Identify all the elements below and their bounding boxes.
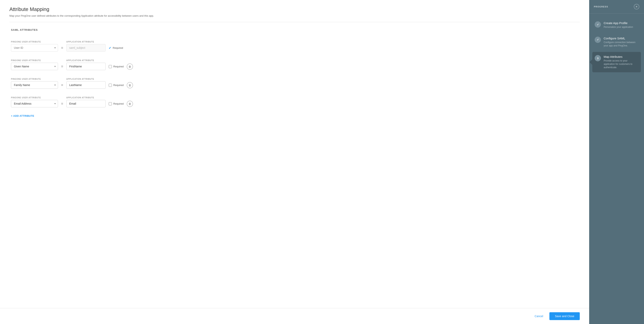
- sidebar-step-2[interactable]: ✓ Configure SAML Configure connection be…: [592, 34, 641, 50]
- app-attr-input-2[interactable]: [66, 63, 106, 70]
- attribute-row-userid: PINGONE USER ATTRIBUTE User ID ▾ = APPLI…: [10, 37, 580, 56]
- pingone-select-3[interactable]: User ID Given Name Family Name Email Add…: [11, 81, 58, 89]
- app-attr-group-3: APPLICATION ATTRIBUTE: [66, 78, 106, 89]
- required-group-4: Required: [109, 102, 124, 106]
- main-content: Attribute Mapping Map your PingOne user …: [0, 0, 589, 324]
- app-attr-label-4: APPLICATION ATTRIBUTE: [66, 96, 106, 99]
- required-label-1: Required: [113, 46, 123, 49]
- app-attr-label-2: APPLICATION ATTRIBUTE: [66, 59, 106, 62]
- select-wrapper-2: User ID Given Name Family Name Email Add…: [11, 63, 58, 70]
- add-attribute-button[interactable]: + ADD ATTRIBUTE: [10, 111, 36, 120]
- step-desc-2: Configure connection between your app an…: [604, 41, 638, 48]
- required-checkbox-3[interactable]: [109, 84, 112, 87]
- required-group-2: Required: [109, 65, 124, 68]
- step-icon-1: ✓: [595, 21, 601, 28]
- equals-sign-2: =: [61, 64, 63, 68]
- sidebar-steps: ✓ Create App Profile Personalize your ap…: [589, 14, 644, 324]
- select-wrapper-1: User ID ▾: [11, 44, 58, 52]
- pingone-label-2: PINGONE USER ATTRIBUTE: [11, 59, 58, 62]
- pingone-field-group-3: PINGONE USER ATTRIBUTE User ID Given Nam…: [11, 78, 58, 89]
- required-label-2: Required: [114, 65, 124, 68]
- pingone-select-2[interactable]: User ID Given Name Family Name Email Add…: [11, 63, 58, 70]
- pingone-field-group-2: PINGONE USER ATTRIBUTE User ID Given Nam…: [11, 59, 58, 70]
- pingone-select-4[interactable]: User ID Given Name Family Name Email Add…: [11, 100, 58, 107]
- delete-button-3[interactable]: 🗑: [127, 82, 133, 88]
- step-checkmark-2: ✓: [597, 38, 599, 41]
- section-divider: [10, 22, 580, 22]
- sidebar-arrow: [590, 59, 592, 65]
- page-subtitle: Map your PingOne user defined attributes…: [10, 14, 580, 17]
- pingone-select-1[interactable]: User ID: [11, 44, 58, 52]
- sidebar-step-3[interactable]: 3 Map Attributes Provide access to your …: [592, 52, 641, 72]
- pingone-label-3: PINGONE USER ATTRIBUTE: [11, 78, 58, 80]
- required-check-icon-1: ✔: [109, 46, 111, 50]
- pingone-field-group-1: PINGONE USER ATTRIBUTE User ID ▾: [11, 41, 58, 52]
- required-checkbox-2[interactable]: [109, 65, 112, 68]
- attribute-row-userid-inner: PINGONE USER ATTRIBUTE User ID ▾ = APPLI…: [10, 37, 580, 56]
- section-title: SAML ATTRIBUTES: [11, 28, 580, 31]
- required-checkbox-4[interactable]: [109, 102, 112, 106]
- app-attr-group-1: APPLICATION ATTRIBUTE: [66, 41, 106, 52]
- step-title-1: Create App Profile: [604, 21, 638, 25]
- cancel-button[interactable]: Cancel: [532, 313, 546, 320]
- sidebar: PROGRESS ✕ ✓ Create App Profile Personal…: [589, 0, 644, 324]
- required-label-4: Required: [114, 102, 124, 105]
- attribute-row-givenname-inner: PINGONE USER ATTRIBUTE User ID Given Nam…: [10, 56, 580, 74]
- delete-button-2[interactable]: 🗑: [127, 64, 133, 70]
- sidebar-close-button[interactable]: ✕: [634, 4, 639, 10]
- trash-icon-3: 🗑: [128, 84, 131, 87]
- app-attr-input-4[interactable]: [66, 100, 106, 107]
- attribute-row-email: PINGONE USER ATTRIBUTE User ID Given Nam…: [10, 93, 580, 111]
- equals-sign-1: =: [61, 46, 63, 50]
- app-attr-group-4: APPLICATION ATTRIBUTE: [66, 96, 106, 107]
- step-desc-1: Personalize your application: [604, 26, 638, 29]
- app-attr-input-1[interactable]: [66, 44, 106, 52]
- step-icon-2: ✓: [595, 37, 601, 43]
- trash-icon-4: 🗑: [128, 102, 131, 106]
- required-group-3: Required: [109, 84, 124, 87]
- equals-sign-3: =: [61, 83, 63, 87]
- footer: Cancel Save and Close: [0, 308, 589, 324]
- close-icon: ✕: [636, 5, 638, 8]
- pingone-label-4: PINGONE USER ATTRIBUTE: [11, 96, 58, 99]
- step-desc-3: Provide access to your application for c…: [604, 59, 638, 69]
- step-title-2: Configure SAML: [604, 37, 638, 40]
- step-icon-3: 3: [595, 55, 601, 61]
- sidebar-step-1[interactable]: ✓ Create App Profile Personalize your ap…: [592, 18, 641, 32]
- step-text-3: Map Attributes Provide access to your ap…: [604, 55, 638, 69]
- required-group-1: ✔ Required: [109, 46, 123, 50]
- progress-label: PROGRESS: [594, 6, 608, 8]
- step-title-3: Map Attributes: [604, 55, 638, 58]
- sidebar-header: PROGRESS ✕: [589, 0, 644, 14]
- step-text-2: Configure SAML Configure connection betw…: [604, 37, 638, 48]
- attribute-row-familyname: PINGONE USER ATTRIBUTE User ID Given Nam…: [10, 74, 580, 93]
- saml-section: SAML ATTRIBUTES PINGONE USER ATTRIBUTE U…: [10, 28, 580, 120]
- step-checkmark-1: ✓: [597, 23, 599, 26]
- attribute-row-givenname: PINGONE USER ATTRIBUTE User ID Given Nam…: [10, 56, 580, 74]
- pingone-label-1: PINGONE USER ATTRIBUTE: [11, 41, 58, 43]
- required-label-3: Required: [114, 84, 124, 86]
- step-number-3: 3: [597, 57, 598, 60]
- step-text-1: Create App Profile Personalize your appl…: [604, 21, 638, 29]
- app-attr-label-1: APPLICATION ATTRIBUTE: [66, 41, 106, 43]
- select-wrapper-3: User ID Given Name Family Name Email Add…: [11, 81, 58, 89]
- pingone-field-group-4: PINGONE USER ATTRIBUTE User ID Given Nam…: [11, 96, 58, 107]
- trash-icon-2: 🗑: [128, 65, 131, 68]
- delete-button-4[interactable]: 🗑: [127, 101, 133, 107]
- content-body: Attribute Mapping Map your PingOne user …: [0, 0, 589, 308]
- attribute-row-familyname-inner: PINGONE USER ATTRIBUTE User ID Given Nam…: [10, 74, 580, 93]
- attribute-row-email-inner: PINGONE USER ATTRIBUTE User ID Given Nam…: [10, 93, 580, 111]
- select-wrapper-4: User ID Given Name Family Name Email Add…: [11, 100, 58, 107]
- page-title: Attribute Mapping: [10, 6, 580, 12]
- app-attr-label-3: APPLICATION ATTRIBUTE: [66, 78, 106, 80]
- app-attr-group-2: APPLICATION ATTRIBUTE: [66, 59, 106, 70]
- app-attr-input-3[interactable]: [66, 81, 106, 89]
- equals-sign-4: =: [61, 102, 63, 106]
- save-close-button[interactable]: Save and Close: [550, 312, 580, 320]
